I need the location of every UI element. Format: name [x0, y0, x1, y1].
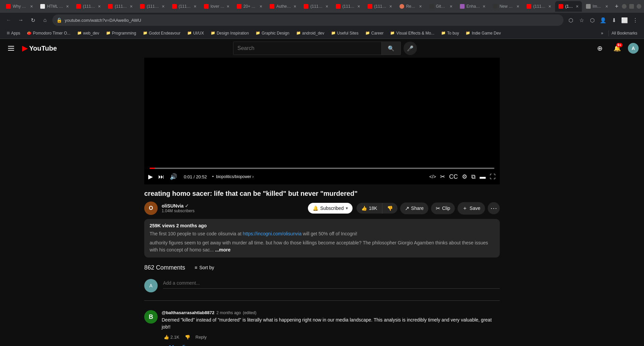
- bookmark-uiux[interactable]: 📁 UI/UX: [184, 30, 207, 37]
- tab-close-icon[interactable]: ×: [293, 4, 296, 9]
- bookmark-android[interactable]: 📁 android_dev: [293, 30, 327, 37]
- tab-close-icon[interactable]: ×: [576, 4, 579, 9]
- cast-icon[interactable]: ⬡: [566, 15, 576, 25]
- bookmark-pomodoro[interactable]: 🍅 Pomodoro Timer O...: [24, 30, 73, 37]
- browser-tab[interactable]: Why Di... ×: [3, 1, 36, 12]
- volume-button[interactable]: 🔊: [168, 172, 178, 182]
- comment-input[interactable]: [163, 279, 500, 287]
- tab-close-icon[interactable]: ×: [66, 4, 69, 9]
- tab-close-icon[interactable]: ×: [227, 4, 229, 9]
- bookmarks-overflow-button[interactable]: »: [598, 30, 606, 37]
- search-button[interactable]: 🔍: [381, 42, 400, 55]
- channel-avatar[interactable]: O: [144, 201, 158, 215]
- bookmark-career[interactable]: 📁 Career: [363, 30, 386, 37]
- share-button[interactable]: ↗ Share: [400, 203, 428, 214]
- close-button[interactable]: [637, 4, 641, 9]
- settings-button[interactable]: ⚙: [461, 172, 469, 182]
- reload-button[interactable]: ↻: [28, 15, 38, 25]
- search-input[interactable]: [233, 42, 381, 55]
- tab-close-icon[interactable]: ×: [325, 4, 328, 9]
- bookmark-apps[interactable]: ⊞ Apps: [4, 30, 23, 37]
- like-button[interactable]: 👍 18K: [357, 203, 382, 214]
- tab-close-icon[interactable]: ×: [98, 4, 101, 9]
- save-button[interactable]: ＋ Save: [458, 202, 485, 215]
- profile-icon[interactable]: 👤: [598, 15, 608, 25]
- clip-button[interactable]: ✂ Clip: [431, 203, 455, 214]
- bookmark-graphic-design[interactable]: 📁 Graphic Design: [253, 30, 292, 37]
- browser-tab[interactable]: (11139) ×: [364, 1, 395, 12]
- fullscreen-button[interactable]: ⛶: [488, 172, 497, 182]
- tablet-icon[interactable]: ⬜: [620, 15, 629, 25]
- comment-dislike-button[interactable]: 👎: [183, 333, 192, 341]
- notifications-button[interactable]: 🔔 9+: [610, 42, 624, 55]
- bookmark-tobuy[interactable]: 📁 To buy: [438, 30, 462, 37]
- browser-tab[interactable]: lover y... ×: [201, 1, 233, 12]
- bookmark-godot[interactable]: 📁 Godot Endeavour: [140, 30, 183, 37]
- tab-close-icon[interactable]: ×: [605, 4, 608, 9]
- embed-code-button[interactable]: </>: [428, 173, 437, 181]
- forward-button[interactable]: →: [16, 15, 25, 25]
- tab-close-icon[interactable]: ×: [517, 4, 519, 9]
- bookmark-vfx[interactable]: 📁 Visual Effects & Mo...: [387, 30, 437, 37]
- clip-control-button[interactable]: ✂: [439, 172, 446, 182]
- browser-tab[interactable]: (11139) ×: [332, 1, 364, 12]
- browser-tab[interactable]: (11130) ×: [73, 1, 104, 12]
- browser-tab[interactable]: New Fi... ×: [489, 1, 523, 12]
- create-button[interactable]: ⊕: [593, 42, 606, 55]
- maximize-button[interactable]: [629, 4, 634, 9]
- bookmark-programming[interactable]: 📁 Programming: [103, 30, 139, 37]
- new-tab-button[interactable]: +: [612, 2, 621, 11]
- channel-name-text[interactable]: oliSUNvia: [162, 203, 183, 209]
- browser-tab[interactable]: Enhan... ×: [457, 1, 489, 12]
- user-avatar[interactable]: A: [628, 43, 639, 54]
- browser-tab[interactable]: GitHub ×: [426, 1, 456, 12]
- comment-reply-button[interactable]: Reply: [194, 333, 209, 341]
- tab-close-icon[interactable]: ×: [130, 4, 132, 9]
- video-player[interactable]: [144, 58, 500, 165]
- tab-close-icon[interactable]: ×: [30, 4, 33, 9]
- chapter-display[interactable]: • biopolitics/biopower ›: [212, 174, 254, 179]
- bookmark-design-inspiration[interactable]: 📁 Design Inspiration: [208, 30, 252, 37]
- youtube-logo[interactable]: ▶ YouTube: [22, 44, 57, 53]
- more-options-icon[interactable]: ⋮: [631, 15, 640, 25]
- browser-tab[interactable]: Authen... ×: [266, 1, 300, 12]
- subtitles-button[interactable]: CC: [448, 172, 459, 182]
- browser-tab[interactable]: (11139) ×: [523, 1, 554, 12]
- browser-tab[interactable]: HTML E... ×: [37, 1, 72, 12]
- bookmark-webdev[interactable]: 📁 web_dev: [74, 30, 102, 37]
- bookmark-useful-sites[interactable]: 📁 Useful Sites: [328, 30, 361, 37]
- tab-close-icon[interactable]: ×: [389, 4, 392, 9]
- more-actions-button[interactable]: ⋯: [488, 202, 500, 214]
- tab-close-icon[interactable]: ×: [548, 4, 551, 9]
- tab-close-icon[interactable]: ×: [260, 4, 262, 9]
- browser-tab[interactable]: Reddit ×: [396, 1, 425, 12]
- tab-close-icon[interactable]: ×: [358, 4, 360, 9]
- bookmark-indiegame[interactable]: 📁 Indie Game Dev: [463, 30, 503, 37]
- back-button[interactable]: ←: [4, 15, 13, 25]
- tab-close-icon[interactable]: ×: [419, 4, 422, 9]
- video-progress-bar[interactable]: [150, 168, 494, 169]
- subscribe-button[interactable]: 🔔 Subscribed ▾: [308, 203, 353, 214]
- extension-icon[interactable]: ⬡: [588, 15, 597, 25]
- comment-like-button[interactable]: 👍 2.1K: [162, 333, 181, 341]
- tab-close-icon[interactable]: ×: [450, 4, 452, 9]
- browser-tab[interactable]: Imgur: ×: [583, 1, 611, 12]
- expand-description-button[interactable]: ...more: [215, 247, 230, 252]
- tab-close-icon[interactable]: ×: [162, 4, 164, 9]
- tab-close-icon[interactable]: ×: [483, 4, 485, 9]
- description-box[interactable]: 259K views 2 months ago The first 100 pe…: [144, 219, 500, 257]
- theater-button[interactable]: ▬: [478, 172, 487, 182]
- browser-tab[interactable]: (11133) ×: [169, 1, 200, 12]
- browser-tab[interactable]: (11128) ×: [137, 1, 168, 12]
- browser-tab[interactable]: 20+ W... ×: [233, 1, 266, 12]
- home-button[interactable]: ⌂: [40, 15, 50, 25]
- show-replies-button[interactable]: ▾ 14 replies: [162, 342, 193, 346]
- play-button[interactable]: ▶: [147, 172, 154, 182]
- download-icon[interactable]: ⬇: [609, 15, 619, 25]
- comment-author[interactable]: @balthasarrasahtlab8872: [162, 310, 214, 315]
- hamburger-menu-button[interactable]: [5, 43, 17, 53]
- voice-search-button[interactable]: 🎤: [404, 42, 417, 55]
- all-bookmarks-button[interactable]: All Bookmarks: [608, 30, 640, 37]
- browser-tab[interactable]: (11130) ×: [105, 1, 136, 12]
- browser-tab-active[interactable]: (11... ×: [555, 1, 582, 12]
